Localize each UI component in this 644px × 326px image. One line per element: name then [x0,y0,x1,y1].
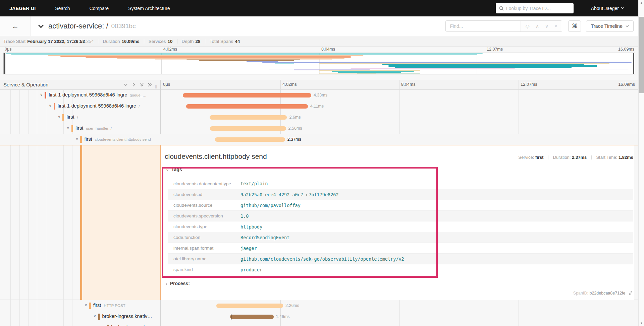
tag-row[interactable]: cloudevents.datacontenttypetext/plain [168,178,633,189]
trace-minimap[interactable] [3,53,635,74]
scroll-up-arrow[interactable]: ▲ [639,1,644,4]
service-name: first-1-deployment-59968d6f46-lngrcqueue… [49,92,147,97]
services-label: Services [149,39,166,44]
span-bar[interactable] [183,93,311,97]
nav-item-search[interactable]: Search [55,6,70,11]
collapse-one-icon[interactable] [123,82,128,87]
service-color-chip [107,325,109,326]
span-row[interactable]: ∨broker-ingress.knativ…1.46ms [0,311,638,322]
tag-key: code.function [168,235,240,240]
trace-lookup-input[interactable]: Lookup by Trace ID... [496,3,574,13]
span-row[interactable]: ∨firstcloudevents.client.httpbody send2.… [0,134,638,145]
total-spans-label: Total Spans [210,39,233,44]
service-name: broker-ingress.kn… [111,325,154,326]
operation-name: HTTP POST [104,304,125,308]
span-row[interactable]: ∨first/2.6ms [0,112,638,123]
chevron-right-icon: › [166,282,167,286]
operation-name: / [139,104,140,108]
nav-item-system-architecture[interactable]: System Architecture [128,6,170,11]
span-id-line: SpanID: b22debcaa8e712fe [573,291,633,296]
tag-row[interactable]: cloudevents.specversion1.0 [168,210,633,221]
clear-find-icon[interactable]: × [554,23,557,29]
tag-key: cloudevents.type [168,224,240,229]
nav-item-compare[interactable]: Compare [90,6,109,11]
span-start-label: Start Time: [596,155,617,160]
expand-all-icon[interactable] [148,82,152,87]
service-color-chip [80,136,82,143]
minimap-span-strip [155,59,332,60]
minimap-right-handle[interactable] [633,53,634,74]
process-section-toggle[interactable]: ›Process: [166,281,190,286]
find-input[interactable] [446,21,520,31]
minimap-span-strip [6,54,483,55]
minimap-span-strip [269,69,628,69]
minimap-span-strip [117,58,344,59]
tags-table: cloudevents.datacontenttypetext/plainclo… [168,178,633,275]
collapse-trace-chevron-icon[interactable] [38,24,44,28]
tag-key: cloudevents.source [168,203,240,208]
operation-name: queue_… [130,93,147,97]
span-row[interactable]: ∨broker-ingress.kn…1.28ms [0,322,638,326]
find-box: ◎ ∧ ∨ × [445,20,562,32]
span-bar[interactable] [230,315,273,319]
chevron-down-icon[interactable]: ∨ [67,126,69,130]
minimap-span-strip [319,63,609,64]
span-row[interactable]: ∨first-1-deployment-59968d6f46-lngrc/4.1… [0,101,638,112]
scrollbar-thumb[interactable] [639,17,644,93]
vertical-scrollbar[interactable]: ▲ ▼ [638,0,644,326]
keyboard-shortcuts-button[interactable]: ⌘ [568,20,581,32]
chevron-down-icon[interactable]: ∨ [40,92,43,97]
span-duration-label: 4.11ms [310,104,324,109]
tag-row[interactable]: span.kindproducer [168,264,633,275]
span-bar[interactable] [216,304,283,308]
expand-one-icon[interactable] [131,82,136,87]
span-bar[interactable] [215,137,285,142]
back-button[interactable]: ← [0,16,31,36]
tag-row[interactable]: internal.span.formatjaeger [168,243,633,253]
service-color-chip [54,103,55,110]
trace-view-select[interactable]: Trace Timeline [586,20,634,32]
minimap-span-strip [86,57,351,58]
span-bar[interactable] [210,115,287,120]
trace-view-label: Trace Timeline [591,23,623,29]
tag-value: github.com/cloudevents/sdk-go/observabil… [240,256,404,262]
column-resizer-handle[interactable]: || [155,85,157,88]
nav-brand[interactable]: JAEGER UI [9,6,36,11]
copy-link-icon[interactable] [628,291,633,295]
chevron-down-icon[interactable]: ∨ [85,303,87,307]
span-row[interactable]: ∨first-1-deployment-59968d6f46-lngrcqueu… [0,90,638,101]
about-jaeger-menu[interactable]: About Jaeger [591,6,624,11]
tags-section-toggle[interactable]: ∨Tags [166,167,182,172]
chevron-down-icon[interactable]: ∨ [75,137,78,141]
minimap-span-strip [247,61,278,62]
service-color-chip [98,314,100,320]
span-row[interactable]: ∨firstHTTP POST2.26ms [0,300,638,311]
span-duration-label: Duration: [553,155,571,160]
tag-row[interactable]: cloudevents.typehttpbody [168,221,633,232]
span-duration-label: 4.33ms [314,93,327,97]
span-row[interactable]: ∨firstuser_handler: /2.56ms [0,123,638,134]
scroll-down-arrow[interactable]: ▼ [639,322,644,325]
minimap-span-strip [319,70,420,71]
tag-value: text/plain [240,181,268,186]
prev-match-icon[interactable]: ∧ [536,23,539,29]
tag-row[interactable]: cloudevents.sourcegithub/com/pavolloffay [168,200,633,210]
next-match-icon[interactable]: ∨ [545,23,548,29]
span-start-value: 1.82ms [619,155,633,160]
service-color-chip [62,114,64,121]
minimap-span-strip [199,60,294,61]
span-bar[interactable] [186,104,308,109]
tag-value: producer [240,267,262,272]
tag-row[interactable]: code.functionRecordSendingEvent [168,232,633,243]
chevron-down-icon[interactable]: ∨ [58,115,60,119]
focus-match-icon[interactable]: ◎ [526,23,530,29]
timeline-section-header: Service & Operation || 0μs 4.02ms 8.04ms… [0,80,638,90]
tag-row[interactable]: cloudevents.id9a2b25a0-eee4-4292-a0c7-c7… [168,189,633,200]
collapse-all-icon[interactable] [140,82,144,87]
tag-key: span.kind [168,267,240,272]
chevron-down-icon[interactable]: ∨ [49,104,52,108]
chevron-down-icon[interactable]: ∨ [94,314,96,318]
minimap-left-handle[interactable] [4,53,5,74]
tag-row[interactable]: otel.library.namegithub.com/cloudevents/… [168,253,633,264]
span-bar[interactable] [210,126,286,131]
